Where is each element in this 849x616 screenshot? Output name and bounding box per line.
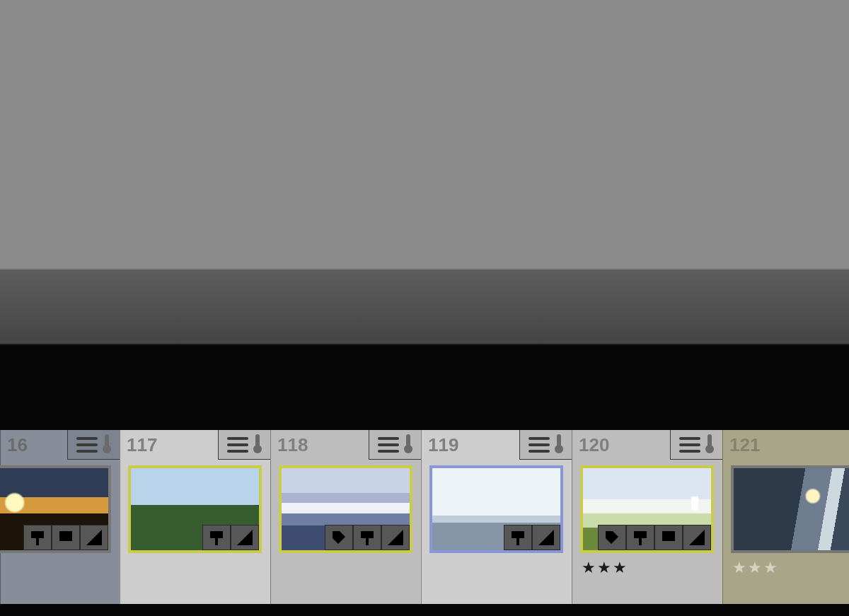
flag-badge-icon[interactable] <box>504 525 532 550</box>
cell-index: 117 <box>127 434 157 456</box>
badge-row <box>598 525 711 550</box>
thermometer-icon <box>705 434 715 455</box>
flag-badge-icon[interactable] <box>23 525 52 550</box>
stack-indicator[interactable] <box>670 430 722 460</box>
badge-row <box>202 525 259 550</box>
thumbnail[interactable] <box>128 465 262 553</box>
cell-index: 119 <box>428 434 458 456</box>
tag-badge-icon[interactable] <box>598 525 626 550</box>
thumbnail[interactable] <box>731 465 849 553</box>
thermometer-icon <box>554 434 564 455</box>
flag-badge-icon[interactable] <box>626 525 654 550</box>
stack-icon <box>227 437 248 453</box>
badge-row <box>325 525 410 550</box>
stack-icon <box>529 437 550 453</box>
plusminus-badge-icon[interactable] <box>532 525 560 550</box>
filmstrip-cell[interactable]: 16 <box>0 430 120 604</box>
cell-index: 16 <box>7 434 28 456</box>
thermometer-icon <box>253 434 262 455</box>
plusminus-badge-icon[interactable] <box>683 525 711 550</box>
star-rating[interactable]: ★★★ <box>732 559 779 577</box>
plusminus-badge-icon[interactable] <box>381 525 410 550</box>
plusminus-badge-icon[interactable] <box>231 525 259 550</box>
thermometer-icon <box>403 434 413 455</box>
cell-index: 120 <box>579 434 609 456</box>
flag-badge-icon[interactable] <box>353 525 381 550</box>
filmstrip[interactable]: 16117118119120★★★121★★★ <box>0 430 849 604</box>
stack-indicator[interactable] <box>369 430 421 460</box>
thumbnail[interactable] <box>279 465 412 553</box>
thumbnail-image <box>734 468 849 550</box>
crop-badge-icon[interactable] <box>52 525 80 550</box>
preview-canvas <box>0 0 849 269</box>
plusminus-badge-icon[interactable] <box>80 525 108 550</box>
filmstrip-cell[interactable]: 117 <box>120 430 270 604</box>
badge-row <box>23 525 108 550</box>
filmstrip-cell[interactable]: 120★★★ <box>572 430 722 604</box>
thumbnail[interactable] <box>580 465 714 553</box>
filmstrip-cell[interactable]: 119 <box>421 430 572 604</box>
flag-badge-icon[interactable] <box>202 525 231 550</box>
badge-row <box>504 525 560 550</box>
filmstrip-cell[interactable]: 121★★★ <box>722 430 849 604</box>
stack-indicator[interactable] <box>519 430 572 460</box>
tag-badge-icon[interactable] <box>325 525 353 550</box>
stack-icon <box>378 437 399 453</box>
thermometer-icon <box>102 434 112 455</box>
thumbnail[interactable] <box>429 465 563 553</box>
stack-icon <box>76 437 98 453</box>
filmstrip-cell[interactable]: 118 <box>270 430 421 604</box>
thumbnail[interactable] <box>0 465 111 553</box>
star-rating[interactable]: ★★★ <box>582 559 628 577</box>
stack-indicator[interactable] <box>218 430 270 460</box>
cell-index: 121 <box>729 434 760 456</box>
stack-indicator[interactable] <box>67 430 120 460</box>
cell-index: 118 <box>277 434 308 456</box>
stack-icon <box>679 437 700 453</box>
crop-badge-icon[interactable] <box>654 525 683 550</box>
loupe-toolbar <box>0 269 849 345</box>
